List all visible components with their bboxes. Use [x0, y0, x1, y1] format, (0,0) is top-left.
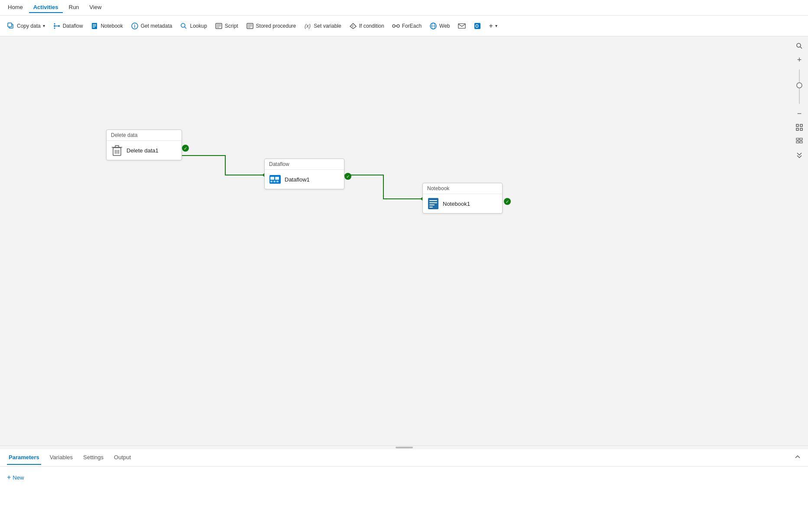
activities-toolbar: Copy data ▾ Dataflow Notebook: [0, 16, 808, 36]
dataflow-label: Dataflow1: [285, 176, 310, 183]
search-control-btn[interactable]: [793, 40, 805, 52]
svg-text:i: i: [134, 24, 135, 29]
right-controls-panel: + −: [791, 36, 808, 445]
svg-rect-9: [93, 26, 96, 26]
new-parameter-button[interactable]: + New: [7, 474, 801, 481]
toolbar-get-metadata[interactable]: i Get metadata: [127, 20, 176, 32]
bottom-panel: Parameters Variables Settings Output + N…: [0, 445, 808, 532]
delete-data-icon: [111, 144, 123, 156]
drag-handle-bar: [396, 447, 413, 448]
svg-rect-1: [8, 23, 12, 27]
svg-line-14: [185, 27, 186, 29]
svg-rect-46: [275, 177, 279, 180]
new-plus-icon: +: [7, 474, 11, 481]
svg-rect-31: [458, 23, 465, 28]
toolbar-mail-icon[interactable]: [454, 20, 469, 32]
dataflow-body: Dataflow1: [265, 170, 344, 189]
copy-data-label: Copy data: [17, 23, 41, 29]
collapse-btn[interactable]: [793, 149, 805, 161]
toolbar-lookup[interactable]: Lookup: [176, 20, 210, 32]
svg-text:(x): (x): [305, 23, 311, 29]
outlook-icon: O: [474, 22, 481, 30]
more-icon: +: [489, 22, 493, 30]
svg-point-5: [54, 23, 55, 24]
toolbar-copy-data[interactable]: Copy data ▾: [3, 20, 49, 32]
tab-parameters[interactable]: Parameters: [7, 451, 41, 465]
script-icon: [215, 22, 223, 30]
zoom-thumb[interactable]: [796, 82, 802, 88]
svg-rect-64: [800, 141, 802, 143]
svg-rect-63: [796, 141, 799, 143]
delete-data-success-badge: ✓: [182, 145, 189, 152]
svg-point-3: [58, 25, 60, 27]
svg-rect-8: [93, 24, 96, 25]
delete-data-node[interactable]: Delete data Delete data1: [106, 130, 182, 160]
dataflow-success-badge: ✓: [344, 173, 351, 180]
toolbar-web[interactable]: Web: [426, 20, 453, 32]
toolbar-foreach[interactable]: ForEach: [389, 20, 425, 32]
pipeline-canvas[interactable]: Delete data Delete data1: [0, 36, 808, 445]
svg-rect-61: [796, 138, 799, 140]
mail-icon: [458, 22, 466, 30]
stored-procedure-icon: [246, 22, 254, 30]
svg-rect-50: [428, 198, 438, 209]
svg-point-13: [181, 23, 185, 27]
menu-view[interactable]: View: [85, 2, 106, 13]
dataflow-icon: [53, 22, 61, 30]
svg-point-55: [797, 43, 801, 47]
svg-rect-60: [800, 128, 802, 130]
connections-svg: [0, 36, 808, 445]
zoom-track: [799, 69, 800, 104]
toolbar-dataflow[interactable]: Dataflow: [49, 20, 87, 32]
svg-rect-48: [273, 181, 276, 182]
toolbar-set-variable[interactable]: (x) Set variable: [300, 20, 344, 32]
tab-output[interactable]: Output: [112, 451, 133, 465]
notebook-node-icon: [427, 198, 439, 210]
menu-run[interactable]: Run: [65, 2, 84, 13]
lookup-icon: [180, 22, 188, 30]
zoom-in-btn[interactable]: +: [793, 54, 805, 66]
notebook-node[interactable]: Notebook Notebook1: [422, 183, 503, 214]
toolbar-script[interactable]: Script: [211, 20, 242, 32]
tab-settings[interactable]: Settings: [81, 451, 105, 465]
notebook-icon: [91, 22, 98, 30]
menu-home[interactable]: Home: [3, 2, 27, 13]
svg-rect-45: [270, 177, 274, 180]
main-canvas-area: Delete data Delete data1: [0, 36, 808, 445]
tab-variables[interactable]: Variables: [48, 451, 75, 465]
stored-procedure-label: Stored procedure: [256, 23, 296, 29]
set-variable-icon: (x): [304, 22, 312, 30]
notebook-body: Notebook1: [423, 194, 502, 213]
zoom-slider[interactable]: [799, 69, 800, 104]
svg-rect-47: [270, 181, 273, 182]
fit-to-screen-btn[interactable]: [793, 121, 805, 133]
svg-rect-62: [800, 138, 802, 140]
zoom-out-btn[interactable]: −: [793, 107, 805, 120]
svg-point-6: [54, 27, 55, 29]
toolbar-notebook[interactable]: Notebook: [87, 20, 126, 32]
get-metadata-label: Get metadata: [141, 23, 172, 29]
menu-activities[interactable]: Activities: [29, 2, 63, 13]
delete-data-body: Delete data1: [107, 141, 182, 160]
more-dropdown-icon: ▾: [495, 23, 497, 28]
dataflow-node-icon: [269, 173, 281, 185]
svg-text:if: if: [352, 24, 354, 28]
svg-point-25: [393, 25, 395, 27]
auto-layout-btn[interactable]: [793, 135, 805, 147]
svg-text:O: O: [475, 24, 479, 29]
dataflow-label: Dataflow: [63, 23, 83, 29]
foreach-icon: [392, 22, 400, 30]
svg-rect-52: [429, 202, 437, 203]
menu-bar: Home Activities Run View: [0, 0, 808, 16]
delete-data-header: Delete data: [107, 130, 182, 141]
toolbar-stored-procedure[interactable]: Stored procedure: [243, 20, 300, 32]
toolbar-more[interactable]: + ▾: [486, 20, 501, 32]
bottom-panel-collapse-btn[interactable]: [794, 454, 801, 462]
dataflow-node[interactable]: Dataflow Dataflow1: [264, 159, 344, 189]
drag-handle[interactable]: [0, 446, 808, 449]
notebook-label: Notebook: [101, 23, 123, 29]
toolbar-if-condition[interactable]: if If condition: [346, 20, 388, 32]
toolbar-outlook-icon[interactable]: O: [470, 20, 485, 32]
svg-rect-10: [93, 27, 95, 28]
web-label: Web: [439, 23, 450, 29]
